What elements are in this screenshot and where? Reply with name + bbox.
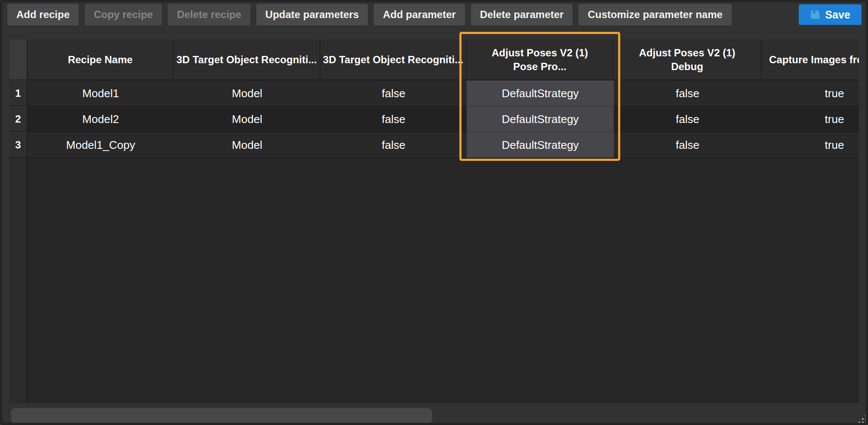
column-header-adjust-poses-debug[interactable]: Adjust Poses V2 (1) Debug [614, 40, 761, 80]
horizontal-scrollbar-thumb[interactable] [11, 408, 432, 423]
cell-recognition-flag[interactable]: false [320, 106, 467, 132]
floppy-disk-icon [810, 9, 820, 20]
row-number-2[interactable]: 2 [9, 106, 28, 132]
cell-recipe-name[interactable]: Model1_Copy [28, 132, 174, 158]
table-row-2: Model2 Model false DefaultStrategy false… [28, 106, 859, 132]
cell-debug-flag[interactable]: false [614, 106, 761, 132]
cell-model-file[interactable]: Model [174, 80, 320, 106]
cell-pose-strategy[interactable]: DefaultStrategy [467, 80, 614, 106]
column-header-3d-target-object-recognition-1[interactable]: 3D Target Object Recogniti... [174, 40, 320, 80]
table-header-row: Recipe Name 3D Target Object Recogniti..… [28, 40, 859, 80]
delete-parameter-button[interactable]: Delete parameter [471, 4, 573, 25]
cell-recipe-name[interactable]: Model2 [28, 106, 174, 132]
window-resize-grip[interactable] [857, 413, 868, 424]
recipe-parameter-table: Recipe Name 3D Target Object Recogniti..… [9, 40, 859, 403]
cell-capture-flag[interactable]: true [761, 80, 859, 106]
cell-capture-flag[interactable]: true [761, 132, 859, 158]
copy-recipe-button[interactable]: Copy recipe [85, 4, 162, 25]
row-number-gutter [9, 158, 28, 403]
update-parameters-button[interactable]: Update parameters [256, 4, 368, 25]
save-label: Save [825, 9, 850, 21]
cell-model-file[interactable]: Model [174, 106, 320, 132]
table-row-1: Model1 Model false DefaultStrategy false… [28, 80, 859, 106]
column-header-3d-target-object-recognition-2[interactable]: 3D Target Object Recogniti... [320, 40, 467, 80]
delete-recipe-button[interactable]: Delete recipe [168, 4, 250, 25]
table-corner-cell[interactable] [9, 40, 28, 80]
cell-recognition-flag[interactable]: false [320, 80, 467, 106]
table-row-3: Model1_Copy Model false DefaultStrategy … [28, 132, 859, 158]
cell-model-file[interactable]: Model [174, 132, 320, 158]
customize-parameter-name-button[interactable]: Customize parameter name [579, 4, 731, 25]
row-number-1[interactable]: 1 [9, 80, 28, 106]
cell-debug-flag[interactable]: false [614, 132, 761, 158]
cell-pose-strategy[interactable]: DefaultStrategy [467, 106, 614, 132]
cell-recognition-flag[interactable]: false [320, 132, 467, 158]
cell-debug-flag[interactable]: false [614, 80, 761, 106]
cell-recipe-name[interactable]: Model1 [28, 80, 174, 106]
row-number-3[interactable]: 3 [9, 132, 28, 158]
column-header-capture-images-from[interactable]: Capture Images from [761, 40, 859, 80]
save-button[interactable]: Save [799, 4, 862, 25]
toolbar: Add recipe Copy recipe Delete recipe Upd… [7, 4, 732, 25]
cell-capture-flag[interactable]: true [761, 106, 859, 132]
cell-pose-strategy[interactable]: DefaultStrategy [467, 132, 614, 158]
column-header-recipe-name[interactable]: Recipe Name [28, 40, 174, 80]
add-parameter-button[interactable]: Add parameter [374, 4, 465, 25]
column-header-adjust-poses-pose-pro[interactable]: Adjust Poses V2 (1) Pose Pro... [467, 40, 614, 80]
add-recipe-button[interactable]: Add recipe [7, 4, 79, 25]
